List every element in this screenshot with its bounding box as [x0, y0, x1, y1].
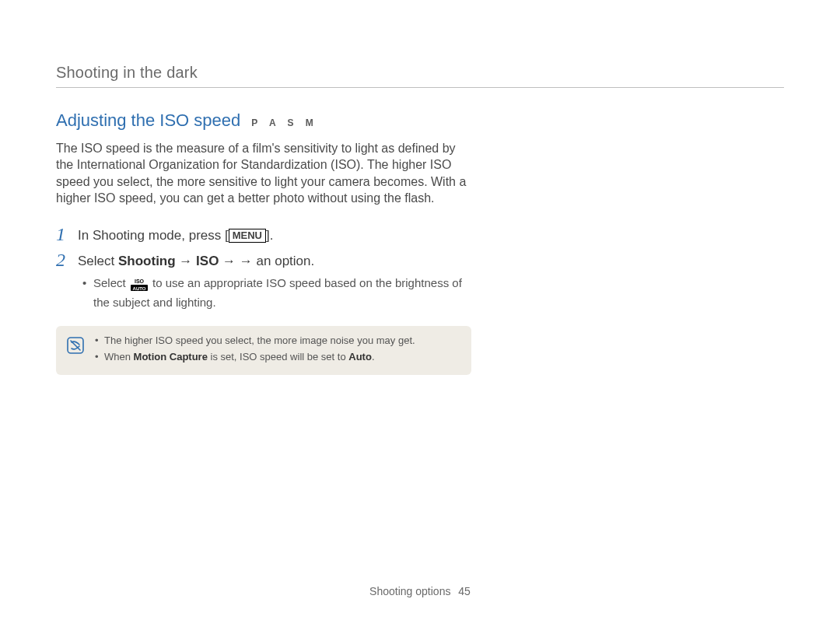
step-number: 1 — [56, 224, 70, 244]
step2-bold-shooting: Shooting — [118, 254, 176, 268]
iso-auto-icon: AUTO ISO — [131, 277, 148, 295]
note2-b2: Auto — [348, 351, 372, 363]
note-box: The higher ISO speed you select, the mor… — [56, 326, 471, 374]
steps-list: 1 In Shooting mode, press [MENU]. 2 Sele… — [56, 224, 476, 310]
step-1: 1 In Shooting mode, press [MENU]. — [56, 224, 476, 245]
step2-bold-iso: ISO — [196, 254, 219, 268]
step1-suffix: ]. — [266, 228, 273, 243]
footer-section: Shooting options — [369, 585, 450, 597]
sub-bullet-list: Select AUTO ISO to use an appropriate IS… — [82, 275, 476, 311]
note-icon — [67, 337, 84, 359]
step-text: Select Shooting → ISO → → an option. — [78, 250, 314, 271]
horizontal-rule — [56, 87, 784, 88]
content-column: Adjusting the ISO speed P A S M The ISO … — [56, 110, 476, 375]
note-item: When Motion Capture is set, ISO speed wi… — [95, 350, 415, 364]
section-title: Adjusting the ISO speed — [56, 110, 240, 132]
sub-bullet: Select AUTO ISO to use an appropriate IS… — [82, 275, 476, 311]
subbullet-b: to use an appropriate ISO speed based on… — [93, 276, 462, 309]
chapter-title: Shooting in the dark — [56, 62, 784, 86]
note2-mid: is set, ISO speed will be set to — [208, 351, 348, 363]
step2-arrow1: → — [176, 254, 196, 268]
step2-arrow2: → — [219, 254, 239, 268]
section-title-row: Adjusting the ISO speed P A S M — [56, 110, 476, 132]
svg-text:AUTO: AUTO — [132, 285, 145, 290]
note-item: The higher ISO speed you select, the mor… — [95, 334, 415, 348]
svg-text:ISO: ISO — [135, 278, 145, 284]
step-text: In Shooting mode, press [MENU]. — [78, 224, 273, 245]
section-body: The ISO speed is the measure of a film's… — [56, 140, 476, 207]
note-list: The higher ISO speed you select, the mor… — [95, 334, 415, 365]
subbullet-a: Select — [93, 276, 129, 289]
step2-c: → an option. — [240, 254, 314, 268]
manual-page: Shooting in the dark Adjusting the ISO s… — [0, 0, 840, 634]
step-2: 2 Select Shooting → ISO → → an option. — [56, 250, 476, 271]
page-footer: Shooting options 45 — [0, 584, 840, 598]
step2-a: Select — [78, 254, 118, 268]
note2-b1: Motion Capture — [134, 351, 208, 363]
footer-page-number: 45 — [458, 585, 471, 597]
note2-end: . — [372, 351, 375, 363]
step-number: 2 — [56, 250, 70, 270]
menu-button-label: MENU — [229, 229, 266, 243]
note2-a: When — [104, 351, 134, 363]
mode-indicator: P A S M — [251, 117, 318, 130]
step1-prefix: In Shooting mode, press [ — [78, 228, 229, 243]
